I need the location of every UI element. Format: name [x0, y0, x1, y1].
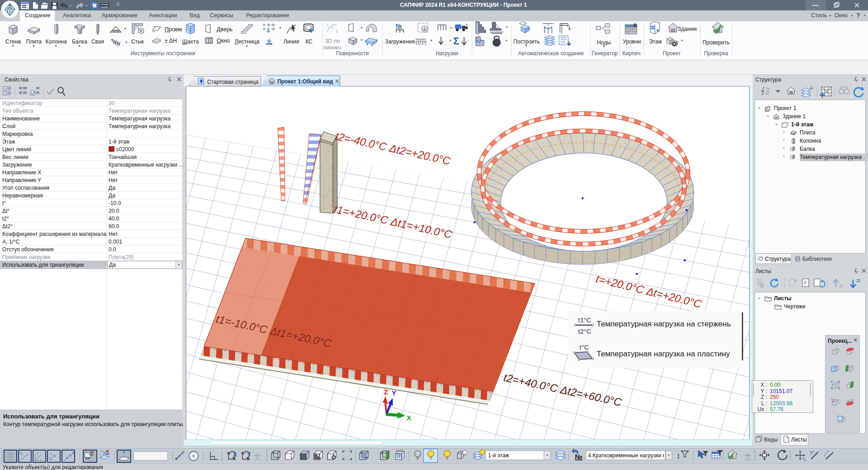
svg-text:t2=-40.0°C Δt2=+20.0°C: t2=-40.0°C Δt2=+20.0°C — [334, 130, 452, 168]
svg-text:X: X — [407, 414, 411, 422]
svg-text:Температурная нагрузка на плас: Температурная нагрузка на пластину — [597, 350, 730, 358]
svg-text:t1°C: t1°C — [578, 316, 592, 324]
svg-text:№: № — [396, 23, 402, 29]
svg-text:t°C: t°C — [579, 343, 589, 351]
svg-text:№: № — [575, 453, 583, 460]
svg-text:Температурная нагрузка на стер: Температурная нагрузка на стержень — [597, 320, 731, 328]
svg-text:#: # — [804, 280, 807, 285]
svg-text:t2°C: t2°C — [578, 327, 592, 335]
svg-text:t=+20.0°C Δt=+20.0°C: t=+20.0°C Δt=+20.0°C — [595, 273, 703, 310]
svg-text:1: 1 — [336, 29, 338, 34]
svg-text:Y: Y — [392, 389, 396, 397]
svg-text:X: X — [233, 451, 237, 458]
svg-text:Σ: Σ — [453, 35, 459, 47]
svg-text:Z: Z — [384, 388, 388, 396]
svg-text:1: 1 — [327, 23, 329, 27]
svg-text:t2=+40.0°C Δt2=+60.0°C: t2=+40.0°C Δt2=+60.0°C — [503, 371, 623, 408]
svg-text:Y: Y — [247, 451, 251, 458]
svg-text:t1=+20.0°C Δt1=+10.0°C: t1=+20.0°C Δt1=+10.0°C — [333, 203, 453, 241]
